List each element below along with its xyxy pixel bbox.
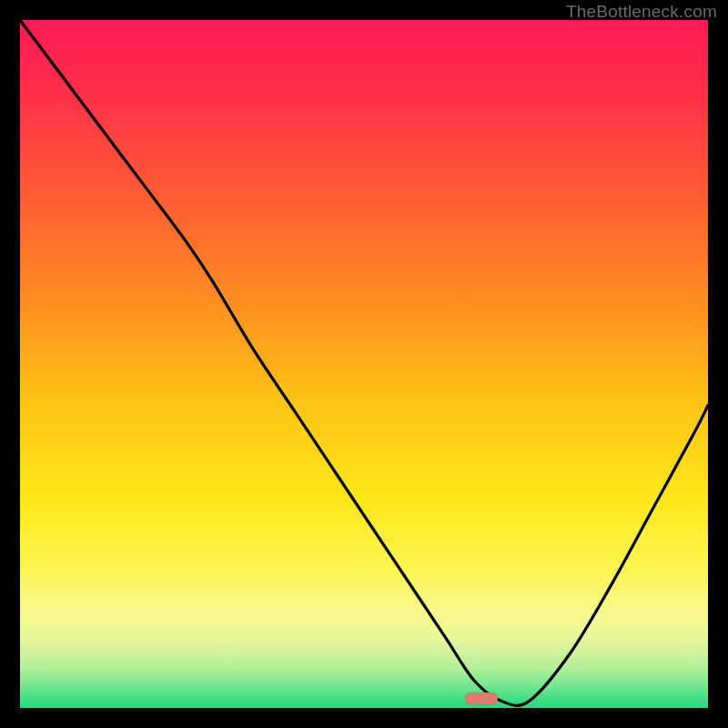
- svg-rect-0: [20, 20, 708, 708]
- chart-frame: TheBottleneck.com: [0, 0, 728, 728]
- optimal-marker: [465, 693, 498, 704]
- background-gradient: [20, 20, 708, 708]
- plot-area: [20, 20, 708, 708]
- watermark-text: TheBottleneck.com: [566, 2, 717, 22]
